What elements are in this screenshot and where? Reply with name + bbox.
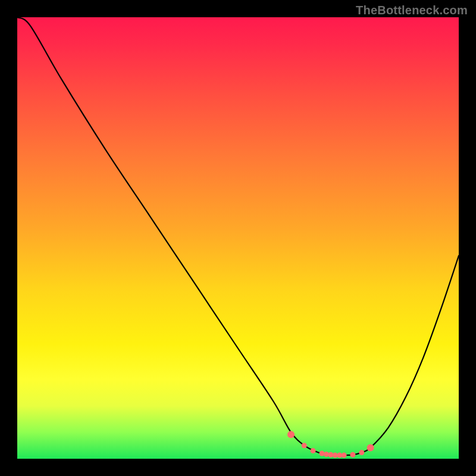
highlight-dot [302,443,307,448]
highlight-dot [324,452,329,457]
highlight-dot [328,452,333,458]
highlight-dot [350,452,355,458]
highlight-dot [359,450,364,455]
minimum-highlight [287,431,374,458]
chart-frame: TheBottleneck.com [0,0,476,476]
highlight-dot [333,453,338,458]
watermark-text: TheBottleneck.com [356,4,468,17]
curve-layer [17,17,459,459]
highlight-dot [311,448,316,453]
highlight-dot [320,451,325,456]
highlight-dot [367,444,374,452]
plot-area [17,17,459,459]
bottleneck-curve [17,17,459,455]
highlight-dot [342,453,347,458]
highlight-dot [287,431,295,438]
highlight-dot [337,453,342,458]
